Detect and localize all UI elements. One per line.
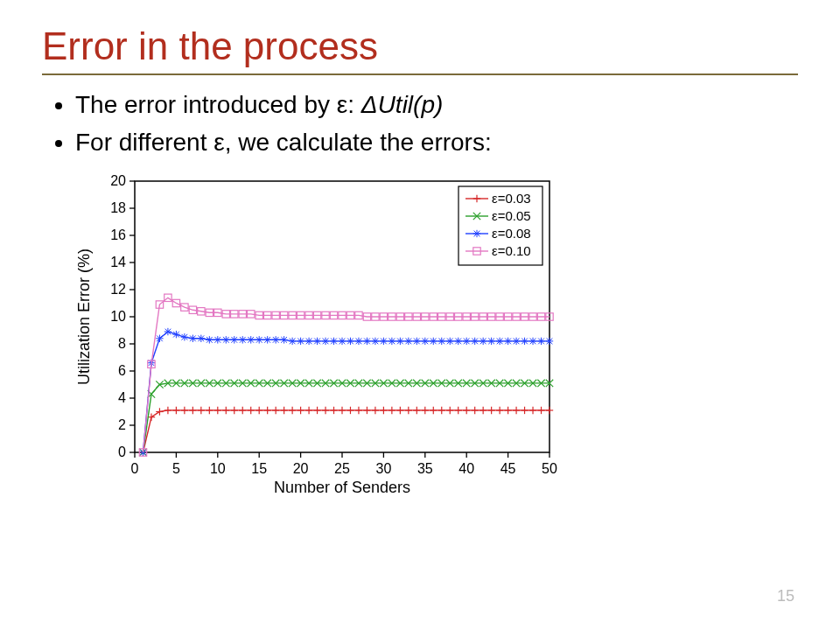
bullet-list: The error introduced by ε: ΔUtil(p) For … [51, 88, 798, 160]
bullet-1: The error introduced by ε: ΔUtil(p) [75, 88, 798, 123]
svg-text:ε=0.03: ε=0.03 [492, 191, 531, 206]
page-number: 15 [777, 587, 794, 606]
svg-text:Utilization Error (%): Utilization Error (%) [75, 248, 93, 385]
svg-text:8: 8 [118, 336, 126, 351]
bullet-1-text: The error introduced by ε: [75, 91, 361, 118]
svg-text:ε=0.05: ε=0.05 [492, 208, 531, 223]
svg-text:40: 40 [458, 461, 474, 476]
svg-text:6: 6 [118, 363, 126, 378]
svg-text:30: 30 [376, 461, 392, 476]
svg-text:14: 14 [110, 255, 126, 270]
bullet-1-em: ΔUtil(p) [361, 91, 443, 118]
chart-container: 0510152025303540455002468101214161820Num… [72, 169, 798, 505]
svg-text:0: 0 [118, 444, 126, 459]
bullet-2: For different ε, we calculate the errors… [75, 125, 798, 161]
svg-text:20: 20 [110, 173, 126, 188]
svg-text:ε=0.08: ε=0.08 [492, 226, 531, 241]
svg-text:4: 4 [118, 390, 126, 405]
svg-text:10: 10 [110, 309, 126, 324]
svg-text:5: 5 [172, 461, 180, 476]
svg-text:12: 12 [110, 282, 126, 297]
slide: Error in the process The error introduce… [0, 0, 840, 630]
title-underline [42, 74, 798, 75]
svg-text:18: 18 [110, 200, 126, 215]
svg-text:50: 50 [542, 461, 557, 476]
svg-text:ε=0.10: ε=0.10 [492, 243, 531, 258]
slide-title: Error in the process [42, 24, 798, 68]
svg-text:20: 20 [293, 461, 309, 476]
svg-text:45: 45 [500, 461, 516, 476]
svg-text:16: 16 [110, 228, 126, 242]
svg-text:10: 10 [210, 461, 226, 476]
svg-text:25: 25 [334, 461, 350, 476]
svg-text:35: 35 [417, 461, 433, 476]
chart: 0510152025303540455002468101214161820Num… [72, 169, 562, 501]
svg-text:0: 0 [131, 461, 139, 476]
svg-text:15: 15 [251, 461, 267, 476]
svg-text:2: 2 [118, 417, 126, 432]
svg-text:Number of Senders: Number of Senders [274, 479, 410, 496]
